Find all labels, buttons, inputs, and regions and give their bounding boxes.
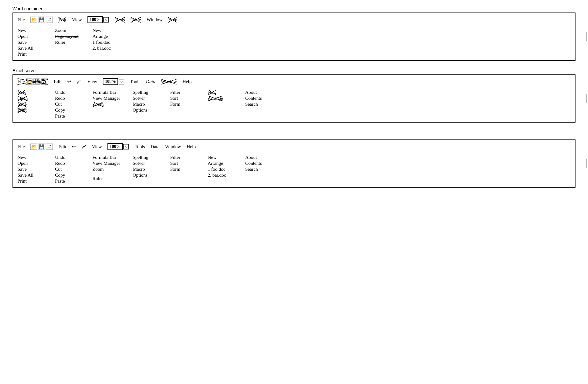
save-disk-icon[interactable]: 💾 (38, 17, 45, 23)
excel-zoom-control[interactable]: 108% ▽ (103, 78, 124, 85)
window-menu-item[interactable]: Window (147, 17, 162, 23)
print-icon[interactable]: 🖨 (46, 17, 53, 23)
excel-window-item[interactable]: Window (161, 79, 177, 84)
third-edit-undo[interactable]: Undo (55, 155, 80, 160)
third-window-bar[interactable]: 2. bar.doc (208, 173, 233, 178)
excel-edit-copy[interactable]: Copy (55, 108, 80, 113)
excel-view-formulabar[interactable]: Formula Bar (92, 90, 120, 95)
excel-edit-redo[interactable]: Redo (55, 96, 80, 101)
third-tools-solver[interactable]: Solver (133, 161, 158, 166)
third-file-open[interactable]: Open (17, 161, 42, 166)
edit-menu-item[interactable]: Edit (58, 17, 66, 23)
word-file-saveall[interactable]: Save All (17, 46, 42, 51)
word-window-foo[interactable]: 1 foo.doc (92, 40, 117, 45)
third-file-print[interactable]: Print (17, 179, 42, 184)
excel-file-save[interactable]: Save (17, 102, 42, 107)
word-window-new[interactable]: New (92, 28, 117, 33)
word-view-ruler[interactable]: Ruler (55, 40, 80, 45)
third-data-form[interactable]: Form (170, 167, 195, 172)
third-view-viewmanager[interactable]: View Manager (92, 161, 120, 166)
third-zoom-value[interactable]: 100% (107, 143, 123, 150)
third-window-item[interactable]: Window (165, 144, 181, 149)
excel-data-filter[interactable]: Filter (170, 90, 195, 95)
word-view-zoom[interactable]: Zoom (55, 28, 80, 33)
excel-view-item[interactable]: View (87, 79, 97, 84)
word-file-new[interactable]: New (17, 28, 42, 33)
excel-edit-undo[interactable]: Undo (55, 90, 80, 95)
third-zoom-control[interactable]: 100% ▽ (107, 143, 129, 150)
third-help-item[interactable]: Help (187, 144, 196, 149)
third-file-save[interactable]: Save (17, 167, 42, 172)
third-tools-spelling[interactable]: Spelling (133, 155, 158, 160)
zoom-control[interactable]: 100% ▽ (87, 16, 109, 23)
third-print-icon[interactable]: 🖨 (46, 144, 53, 150)
excel-help-search[interactable]: Search (245, 102, 270, 107)
open-folder-icon[interactable]: 📂 (30, 17, 37, 23)
excel-tools-options[interactable]: Options (133, 108, 158, 113)
excel-help-about[interactable]: About (245, 90, 270, 95)
tools-menu-item[interactable]: Tools (115, 17, 125, 23)
excel-undo-icon[interactable]: ↩ (67, 79, 71, 84)
third-edit-cut[interactable]: Cut (55, 167, 80, 172)
third-edit-paste[interactable]: Paste (55, 179, 80, 184)
excel-tools-item[interactable]: Tools (130, 79, 140, 84)
excel-help-item[interactable]: Help (182, 79, 192, 84)
zoom-value[interactable]: 100% (87, 16, 103, 23)
third-view-ruler[interactable]: Ruler (92, 176, 120, 181)
third-help-contents[interactable]: Contents (245, 161, 270, 166)
excel-window-new[interactable]: New (208, 90, 233, 95)
third-window-new[interactable]: New (208, 155, 233, 160)
third-file-new[interactable]: New (17, 155, 42, 160)
zoom-dropdown-arrow[interactable]: ▽ (103, 17, 109, 23)
third-data-sort[interactable]: Sort (170, 161, 195, 166)
excel-data-sort[interactable]: Sort (170, 96, 195, 101)
third-save-icon[interactable]: 💾 (38, 144, 45, 150)
word-file-save[interactable]: Save (17, 40, 42, 45)
word-view-pagelayout[interactable]: Page Layout (55, 34, 80, 39)
excel-window-arrange[interactable]: Arrange (208, 96, 233, 101)
third-window-arrange[interactable]: Arrange (208, 161, 233, 166)
excel-view-viewmanager[interactable]: View Manager (92, 96, 120, 101)
word-window-arrange[interactable]: Arrange (92, 34, 117, 39)
third-help-about[interactable]: About (245, 155, 270, 160)
excel-file-item[interactable]: File 📂 💾 🖨 (17, 78, 48, 85)
excel-zoom-dropdown[interactable]: ▽ (119, 79, 124, 84)
third-file-saveall[interactable]: Save All (17, 173, 42, 178)
third-paint-icon[interactable]: 🖊 (82, 144, 86, 149)
excel-tools-spelling[interactable]: Spelling (133, 90, 158, 95)
word-file-open[interactable]: Open (17, 34, 42, 39)
third-tools-macro[interactable]: Macro (133, 167, 158, 172)
third-file-item[interactable]: File (17, 144, 25, 149)
excel-data-form[interactable]: Form (170, 102, 195, 107)
third-tools-options[interactable]: Options (133, 173, 158, 178)
excel-edit-cut[interactable]: Cut (55, 102, 80, 107)
excel-edit-paste[interactable]: Paste (55, 114, 80, 119)
third-view-item[interactable]: View (92, 144, 102, 149)
third-view-zoom[interactable]: Zoom (92, 167, 120, 172)
third-data-filter[interactable]: Filter (170, 155, 195, 160)
third-window-foo[interactable]: 1 foo.doc (208, 167, 233, 172)
excel-file-new[interactable]: New (17, 90, 42, 95)
excel-file-open[interactable]: Open (17, 96, 42, 101)
excel-paint-icon[interactable]: 🖊 (77, 79, 82, 84)
third-help-search[interactable]: Search (245, 167, 270, 172)
third-tools-item[interactable]: Tools (135, 144, 145, 149)
view-menu-item[interactable]: View (72, 17, 82, 23)
third-zoom-dropdown[interactable]: ▽ (123, 144, 129, 149)
third-view-formulabar[interactable]: Formula Bar (92, 155, 120, 160)
third-open-icon[interactable]: 📂 (30, 144, 37, 150)
third-undo-icon[interactable]: ↩ (72, 144, 76, 149)
file-menu-item[interactable]: File (17, 17, 25, 23)
excel-file-print[interactable]: Print (17, 108, 42, 113)
help-menu-item[interactable]: Help (168, 17, 177, 23)
third-data-item[interactable]: Data (151, 144, 159, 149)
excel-tools-macro[interactable]: Macro (133, 102, 158, 107)
excel-zoom-value[interactable]: 108% (103, 78, 118, 85)
excel-tools-solver[interactable]: Solver (133, 96, 158, 101)
excel-view-zoom[interactable]: Zoom (92, 102, 120, 107)
excel-help-contents[interactable]: Contents (245, 96, 270, 101)
word-file-print[interactable]: Print (17, 52, 42, 57)
third-edit-redo[interactable]: Redo (55, 161, 80, 166)
word-window-bar[interactable]: 2. bar.doc (92, 46, 117, 51)
third-edit-item[interactable]: Edit (58, 144, 66, 149)
